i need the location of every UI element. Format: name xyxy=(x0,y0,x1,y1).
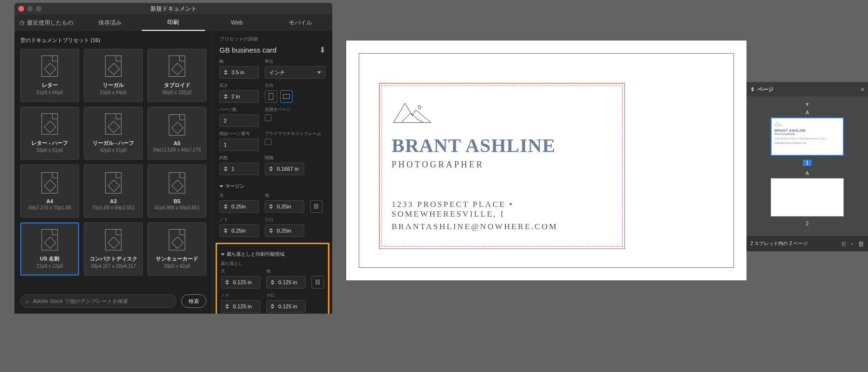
bleed-guide: BRANT ASHLINE PHOTOGRAPHER 1233 PROSPECT… xyxy=(379,83,625,249)
preset-compact-disc[interactable]: コンパクトディスク28p4.157 x 28p4.157 xyxy=(84,222,143,276)
card-address: 1233 PROSPECT PLACE • SOMEWHERESVILLE, I xyxy=(392,200,612,219)
bleed-section-highlight: 裁ち落としと印刷可能領域 裁ち落とし 天0.125 in 地0.125 in ⛓… xyxy=(216,243,329,314)
facing-pages-checkbox[interactable] xyxy=(265,114,271,121)
search-icon: ⌕ xyxy=(26,298,29,304)
panel-menu-icon[interactable]: ≡ xyxy=(861,86,864,92)
save-preset-icon[interactable]: ⬇ xyxy=(319,45,326,55)
preset-legal-half[interactable]: リーガル - ハーフ42p0 x 51p0 xyxy=(84,107,143,160)
master-label-2: A xyxy=(753,171,861,176)
columns-input[interactable]: 1 xyxy=(219,163,259,175)
card-title: BRANT ASHLINE xyxy=(392,134,612,157)
preset-letter-half[interactable]: レター - ハーフ33p0 x 51p0 xyxy=(20,107,79,160)
preset-a4[interactable]: A449p7.276 x 70p1.89 xyxy=(20,165,79,218)
business-card-content: BRANT ASHLINE PHOTOGRAPHER 1233 PROSPECT… xyxy=(382,86,622,244)
preset-legal[interactable]: リーガル51p0 x 84p0 xyxy=(84,49,143,102)
link-margins-button[interactable]: ⛓ xyxy=(310,200,323,213)
document-canvas[interactable]: BRANT ASHLINE PHOTOGRAPHER 1233 PROSPECT… xyxy=(346,41,746,280)
margin-outside-input[interactable]: 0.25in xyxy=(265,224,304,237)
card-subtitle: PHOTOGRAPHER xyxy=(392,160,612,170)
preset-a5[interactable]: A534p11.528 x 49p7.276 xyxy=(148,107,206,160)
pages-input[interactable]: 2 xyxy=(219,114,259,127)
stock-search-input[interactable]: ⌕ Adobe Stock で他のテンプレートを検索 xyxy=(20,294,176,308)
new-document-dialog: 新規ドキュメント ◷ 最近使用したもの 保存済み 印刷 Web モバイル 空のド… xyxy=(14,3,332,314)
new-page-icon[interactable]: ▫ xyxy=(851,240,853,248)
page-boundary: BRANT ASHLINE PHOTOGRAPHER 1233 PROSPECT… xyxy=(381,85,623,247)
titlebar: 新規ドキュメント xyxy=(14,3,332,14)
preset-letter[interactable]: レター51p0 x 66p0 xyxy=(20,49,79,102)
mountain-logo-icon xyxy=(774,121,782,126)
category-tabs: ◷ 最近使用したもの 保存済み 印刷 Web モバイル xyxy=(14,14,332,31)
pages-panel-footer: 2 スプレッド内の 2 ページ ⎘ ▫ 🗑 xyxy=(746,236,868,251)
mountain-logo-icon xyxy=(392,98,433,124)
edit-page-size-icon[interactable]: ⎘ xyxy=(842,240,846,248)
start-page-input[interactable]: 1 xyxy=(219,138,259,151)
svg-point-0 xyxy=(418,106,421,109)
preset-b5[interactable]: B541p6.898 x 59p0.661 xyxy=(148,165,206,218)
tab-saved[interactable]: 保存済み xyxy=(78,14,142,31)
section-title: 空のドキュメントプリセット (16) xyxy=(20,37,206,44)
primary-text-frame-checkbox[interactable] xyxy=(265,138,271,145)
master-arrow-icon: ▼ xyxy=(753,101,861,107)
margin-inside-input[interactable]: 0.25in xyxy=(219,224,259,237)
link-bleed-button[interactable]: ⛓ xyxy=(312,276,324,289)
units-dropdown[interactable]: インチ xyxy=(265,66,326,79)
spread-count-label: 2 スプレッド内の 2 ページ xyxy=(750,240,808,247)
chevron-down-icon xyxy=(221,253,225,256)
chevron-down-icon xyxy=(317,71,321,74)
margin-top-input[interactable]: 0.25in xyxy=(219,200,259,213)
preset-tabloid[interactable]: タブロイド66p0 x 102p0 xyxy=(148,49,206,102)
master-label: A xyxy=(753,110,861,115)
page-number-1: 1 xyxy=(803,160,812,166)
preset-details-pane: プリセットの詳細 GB business card ⬇ 幅 3.5 in 単位 … xyxy=(212,31,332,314)
preset-name-field[interactable]: GB business card xyxy=(219,46,276,54)
preset-a3[interactable]: A370p1.89 x 99p2.551 xyxy=(84,165,143,218)
width-input[interactable]: 3.5 in xyxy=(219,66,259,79)
page-number-2: 2 xyxy=(806,220,809,226)
clock-icon: ◷ xyxy=(19,19,24,26)
pages-panel-header[interactable]: ⇕ ページ ≡ xyxy=(746,82,868,96)
tab-web[interactable]: Web xyxy=(205,14,269,31)
bleed-bottom-input[interactable]: 0.125 in xyxy=(266,276,306,289)
search-go-button[interactable]: 検索 xyxy=(181,294,206,308)
preset-us-business-card[interactable]: US 名刺21p0 x 12p0 xyxy=(20,222,79,276)
bleed-inside-input[interactable]: 0.125 in xyxy=(221,300,260,313)
tab-mobile[interactable]: モバイル xyxy=(269,14,332,31)
chevron-down-icon xyxy=(219,185,223,188)
page-thumb-2[interactable] xyxy=(771,178,844,217)
bleed-outside-input[interactable]: 0.125 in xyxy=(266,300,306,313)
tab-print[interactable]: 印刷 xyxy=(142,14,205,31)
preset-list-pane: 空のドキュメントプリセット (16) レター51p0 x 66p0 リーガル51… xyxy=(14,31,212,314)
card-email: BRANTASHLINE@NOWHERE.COM xyxy=(392,222,612,232)
orientation-landscape-button[interactable] xyxy=(280,90,293,103)
expand-icon: ⇕ xyxy=(750,86,755,93)
bleed-section-header[interactable]: 裁ち落としと印刷可能領域 xyxy=(221,251,324,258)
margin-bottom-input[interactable]: 0.25in xyxy=(265,200,304,213)
gutter-input[interactable]: 0.1667 in xyxy=(265,163,304,175)
margin-section-header[interactable]: マージン xyxy=(219,183,326,190)
delete-page-icon[interactable]: 🗑 xyxy=(858,240,864,248)
page-thumb-1[interactable]: BRANT ASHLINE PHOTOGRAPHER 1233 PROSPECT… xyxy=(771,117,844,156)
pages-panel: ⇕ ページ ≡ ▼ A BRANT ASHLINE PHOTOGRAPHER 1… xyxy=(746,82,868,251)
preset-thank-you-card[interactable]: サンキューカード30p0 x 42p0 xyxy=(148,222,206,276)
orientation-portrait-button[interactable] xyxy=(265,90,277,103)
window-title: 新規ドキュメント xyxy=(14,5,332,13)
details-header: プリセットの詳細 xyxy=(219,36,326,42)
preset-grid: レター51p0 x 66p0 リーガル51p0 x 84p0 タブロイド66p0… xyxy=(20,49,206,276)
bleed-top-input[interactable]: 0.125 in xyxy=(221,276,260,289)
tab-recent[interactable]: ◷ 最近使用したもの xyxy=(14,14,78,31)
height-input[interactable]: 2 in xyxy=(219,90,259,103)
